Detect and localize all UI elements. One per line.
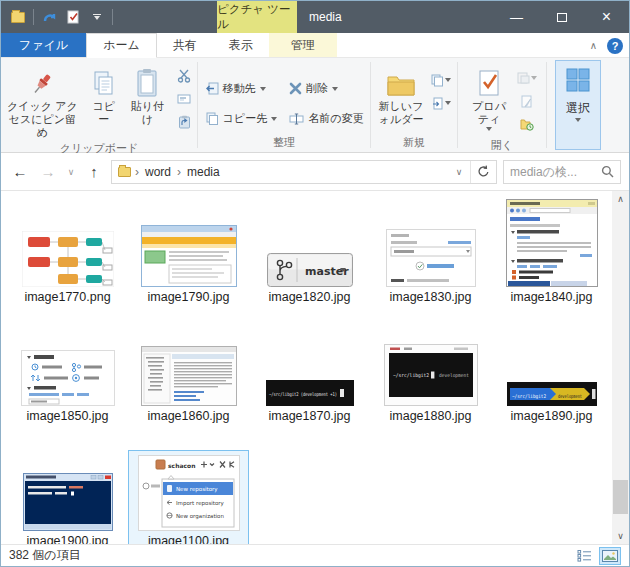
group-label-organize: 整理 bbox=[198, 135, 370, 152]
contextual-tool-label: ピクチャ ツール bbox=[217, 1, 297, 33]
paste-shortcut-button[interactable] bbox=[173, 112, 195, 132]
ribbon-group-clipboard: クイック アクセスにピン留め コピー 貼り付け bbox=[1, 58, 197, 152]
up-button[interactable]: ↑ bbox=[83, 163, 105, 180]
details-view-button[interactable] bbox=[573, 547, 595, 565]
scroll-up-icon[interactable]: ∧ bbox=[612, 191, 629, 207]
breadcrumb-chevron[interactable]: › bbox=[177, 165, 181, 179]
vertical-scrollbar[interactable]: ∧ ∨ bbox=[612, 191, 629, 544]
file-grid-row: image1900.jpg schaconNew repositoryImpor… bbox=[7, 450, 612, 544]
tab-home[interactable]: ホーム bbox=[86, 33, 157, 58]
ribbon-tab-row: ファイル ホーム 共有 表示 管理 ∧ ? bbox=[1, 33, 629, 58]
properties-button[interactable]: プロパティ bbox=[464, 62, 514, 138]
file-name: image1840.jpg bbox=[510, 290, 592, 304]
svg-text:~/src/libgit2 (development +1): ~/src/libgit2 (development +1) bbox=[269, 391, 337, 398]
file-grid-row: image1850.jpg image1860.jpg ~/src/libgit… bbox=[7, 339, 612, 426]
maximize-button[interactable] bbox=[539, 1, 584, 33]
explorer-window: ピクチャ ツール media — × ファイル ホーム 共有 表示 管理 ∧ ? bbox=[0, 0, 630, 567]
file-item[interactable]: image1900.jpg bbox=[7, 450, 128, 544]
dropdown-icon bbox=[486, 127, 492, 131]
file-grid-row: image1770.png image1790.jpg master image… bbox=[7, 196, 612, 307]
open-button[interactable] bbox=[516, 68, 538, 88]
tab-file[interactable]: ファイル bbox=[1, 33, 86, 57]
tab-manage[interactable]: 管理 bbox=[269, 33, 337, 57]
quick-access-toolbar bbox=[1, 1, 113, 33]
new-item-button[interactable] bbox=[430, 70, 452, 90]
thumbnail-view-icon bbox=[602, 550, 618, 562]
history-icon bbox=[520, 118, 534, 131]
recent-locations-icon[interactable]: ∨ bbox=[65, 167, 77, 177]
rename-button[interactable]: 名前の変更 bbox=[285, 108, 367, 130]
paste-button[interactable]: 貼り付け bbox=[124, 62, 171, 141]
edit-button[interactable] bbox=[516, 91, 538, 111]
dropdown-icon bbox=[445, 101, 451, 105]
tab-view[interactable]: 表示 bbox=[213, 33, 269, 57]
file-thumbnail: master bbox=[267, 199, 353, 287]
file-item[interactable]: image1830.jpg bbox=[370, 196, 491, 307]
file-item[interactable]: image1860.jpg bbox=[128, 339, 249, 426]
delete-button[interactable]: 削除 bbox=[285, 78, 367, 100]
pin-to-quick-access-button[interactable]: クイック アクセスにピン留め bbox=[1, 62, 84, 141]
dropdown-icon bbox=[531, 76, 537, 80]
breadcrumb-item-media[interactable]: media bbox=[185, 165, 222, 179]
scroll-down-icon[interactable]: ∨ bbox=[612, 528, 629, 544]
folder-icon bbox=[118, 167, 131, 177]
minimize-button[interactable]: — bbox=[494, 1, 539, 33]
copy-to-icon bbox=[205, 112, 219, 125]
help-icon[interactable]: ? bbox=[607, 38, 623, 54]
easy-access-button[interactable] bbox=[430, 93, 452, 113]
file-item[interactable]: ~/src/libgit2development image1880.jpg bbox=[370, 339, 491, 426]
file-item[interactable]: image1850.jpg bbox=[7, 339, 128, 426]
svg-text:New organization: New organization bbox=[176, 513, 224, 520]
address-box[interactable]: › word › media ∨ bbox=[111, 160, 497, 184]
cut-button[interactable] bbox=[173, 66, 195, 86]
move-to-button[interactable]: 移動先 bbox=[201, 78, 282, 100]
select-button[interactable]: 選択 bbox=[555, 60, 601, 150]
ribbon: クイック アクセスにピン留め コピー 貼り付け bbox=[1, 58, 629, 153]
new-folder-icon bbox=[386, 64, 416, 98]
refresh-icon bbox=[477, 165, 490, 178]
search-box bbox=[503, 160, 621, 184]
file-item[interactable]: ~/src/libgit2 (development +1) image1870… bbox=[249, 339, 370, 426]
copy-to-button[interactable]: コピー先 bbox=[201, 108, 282, 130]
scissors-icon bbox=[177, 69, 191, 83]
file-thumbnail bbox=[141, 199, 237, 287]
pushpin-icon bbox=[29, 64, 55, 98]
dropdown-icon bbox=[271, 117, 277, 121]
file-item[interactable]: ~/src/libgit2development image1890.jpg bbox=[491, 339, 612, 426]
breadcrumb-item-word[interactable]: word bbox=[143, 165, 173, 179]
thumbnail-view-button[interactable] bbox=[599, 547, 621, 565]
scrollbar-thumb[interactable] bbox=[613, 480, 628, 514]
history-button[interactable] bbox=[516, 114, 538, 134]
refresh-button[interactable] bbox=[470, 161, 496, 183]
breadcrumb-chevron[interactable]: › bbox=[135, 165, 139, 179]
file-item[interactable]: image1840.jpg bbox=[491, 196, 612, 307]
file-item[interactable]: image1790.jpg bbox=[128, 196, 249, 307]
file-item[interactable]: master image1820.jpg bbox=[249, 196, 370, 307]
close-button[interactable]: × bbox=[584, 1, 629, 33]
svg-text:New repository: New repository bbox=[176, 486, 218, 493]
collapse-ribbon-icon[interactable]: ∧ bbox=[590, 40, 597, 51]
copy-path-button[interactable] bbox=[173, 89, 195, 109]
select-grid-icon bbox=[565, 67, 591, 96]
address-bar: ← → ∨ ↑ › word › media ∨ bbox=[1, 153, 629, 191]
file-item[interactable]: image1770.png bbox=[7, 196, 128, 307]
copy-button[interactable]: コピー bbox=[84, 62, 124, 141]
new-folder-button[interactable]: 新しいフォルダー bbox=[374, 62, 428, 135]
file-item[interactable]: schaconNew repositoryImport repositoryNe… bbox=[128, 450, 249, 544]
tab-share[interactable]: 共有 bbox=[157, 33, 213, 57]
svg-text:~/src/libgit2: ~/src/libgit2 bbox=[512, 393, 546, 400]
scrollbar-track[interactable] bbox=[612, 207, 629, 528]
forward-button[interactable]: → bbox=[37, 163, 59, 180]
customize-qat-icon[interactable] bbox=[88, 8, 106, 26]
address-dropdown-icon[interactable]: ∨ bbox=[448, 167, 470, 177]
file-thumbnail bbox=[386, 199, 476, 287]
search-icon[interactable] bbox=[601, 165, 614, 178]
properties-icon[interactable] bbox=[64, 8, 82, 26]
back-button[interactable]: ← bbox=[9, 163, 31, 180]
file-thumbnail: ~/src/libgit2development bbox=[507, 342, 597, 406]
folder-icon[interactable] bbox=[9, 8, 27, 26]
search-input[interactable] bbox=[510, 165, 597, 179]
details-view-icon bbox=[577, 549, 592, 562]
file-name: image1100.jpg bbox=[148, 534, 229, 544]
undo-icon[interactable] bbox=[40, 8, 58, 26]
